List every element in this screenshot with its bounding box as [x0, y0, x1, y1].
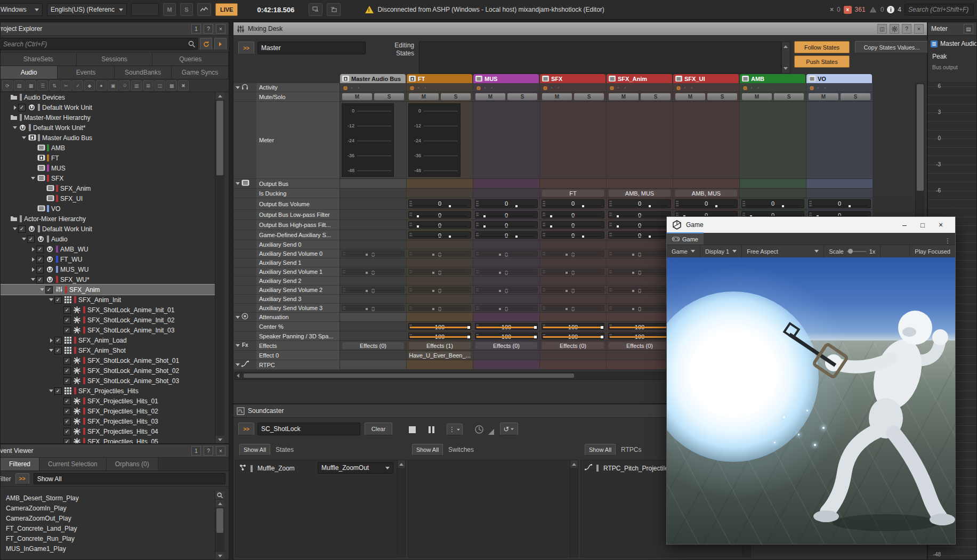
chevron-down-icon[interactable]: [40, 288, 44, 291]
cell-sfx[interactable]: MS: [540, 92, 606, 102]
cell-amb[interactable]: MS: [740, 92, 806, 102]
chevron-down-icon[interactable]: [22, 238, 26, 240]
chevron-down-icon[interactable]: [31, 278, 35, 281]
cell-vo[interactable]: 0: [806, 198, 873, 210]
tree-item[interactable]: ✓AMB_WU: [1, 244, 215, 254]
tab-events[interactable]: Events: [58, 66, 115, 79]
mute-button[interactable]: M: [742, 93, 772, 100]
cell-mus[interactable]: MS: [473, 92, 539, 102]
display-dropdown[interactable]: Display 1: [700, 245, 742, 257]
cell-sfx_anim[interactable]: 0: [607, 230, 673, 240]
bus-header-master-audio-bus[interactable]: Master Audio Bus: [340, 74, 406, 83]
value-fader[interactable]: 0: [475, 305, 538, 311]
mute-button[interactable]: M: [809, 93, 838, 100]
solo-button[interactable]: S: [574, 93, 604, 100]
explorer-toolbar-icon[interactable]: ☰: [37, 80, 48, 91]
cell-master-audio-bus[interactable]: (())▪▪: [340, 83, 406, 92]
cell-mus[interactable]: 0: [473, 230, 539, 240]
tree-item[interactable]: ✓SFX_ShotLock_Anime_Shot_01: [1, 355, 215, 366]
tree-item[interactable]: ✓SFX_Projectiles_Hits_02: [1, 406, 215, 416]
value-fader[interactable]: 0: [342, 269, 405, 275]
master-mute-button[interactable]: M: [163, 3, 176, 16]
chevron-right-icon[interactable]: [32, 257, 35, 262]
tree-item[interactable]: ✓SFX_ShotLock_Anime_Init_03: [1, 325, 215, 335]
pin-layout-icon[interactable]: 1: [191, 24, 201, 34]
refresh-icon[interactable]: [200, 38, 212, 50]
cell-sfx[interactable]: 0: [540, 286, 606, 295]
warning-count[interactable]: 0: [881, 6, 884, 13]
tree-item[interactable]: FT: [1, 153, 215, 163]
tab-queries[interactable]: Queries: [152, 53, 229, 66]
tree-item[interactable]: VO: [1, 204, 215, 214]
error-badge-icon[interactable]: ×: [844, 6, 852, 14]
state-value-dropdown[interactable]: Muffle_ZoomOut: [318, 462, 393, 474]
explorer-toolbar-icon[interactable]: ⇅: [49, 80, 60, 91]
value-fader[interactable]: 0: [542, 231, 604, 239]
mute-button[interactable]: M: [609, 93, 639, 100]
tree-item[interactable]: ✓SFX_ShotLock_Anime_Init_01: [1, 305, 215, 315]
cell-mus[interactable]: [473, 189, 539, 198]
value-fader[interactable]: 0: [475, 231, 538, 239]
value-slider[interactable]: 100: [542, 323, 604, 330]
menu-icon[interactable]: ▤: [964, 24, 973, 34]
effects-chip[interactable]: Effects (0): [542, 342, 604, 349]
warning-count-icon[interactable]: !: [869, 6, 876, 12]
value-fader[interactable]: 0: [342, 287, 405, 293]
cell-master-audio-bus[interactable]: [340, 230, 406, 240]
explorer-toolbar-icon[interactable]: ✓: [72, 80, 83, 91]
tree-item[interactable]: SFX: [1, 173, 215, 183]
remote-connect-icon[interactable]: [309, 3, 322, 16]
cell-sfx[interactable]: [540, 258, 606, 267]
cell-master-audio-bus[interactable]: 0: [340, 304, 406, 313]
expand-search-icon[interactable]: [214, 38, 227, 50]
cell-ft[interactable]: [407, 179, 473, 189]
cell-ft[interactable]: MS: [407, 92, 473, 102]
settings-gear-icon[interactable]: [890, 24, 899, 34]
mute-button[interactable]: M: [542, 93, 572, 100]
cell-sfx_anim[interactable]: 0: [607, 210, 673, 220]
chevron-right-icon[interactable]: [32, 247, 35, 251]
chevron-right-icon[interactable]: [32, 267, 35, 272]
value-fader[interactable]: 0: [408, 269, 471, 275]
event-list-item[interactable]: AMB_Desert_Storm_Play: [1, 493, 215, 504]
include-checkbox[interactable]: ✓: [63, 377, 71, 385]
explorer-toolbar-icon[interactable]: ▦: [26, 80, 36, 91]
cell-sfx_anim[interactable]: [607, 240, 673, 249]
tree-item[interactable]: ✓Audio: [1, 234, 215, 244]
bus-header-sfx_anim[interactable]: SFX_Anim: [607, 74, 672, 83]
cell-mus[interactable]: 0: [473, 267, 539, 277]
help-icon[interactable]: ?: [204, 24, 213, 34]
include-checkbox[interactable]: ✓: [36, 276, 44, 283]
include-checkbox[interactable]: ✓: [63, 408, 71, 415]
include-checkbox[interactable]: ✓: [63, 316, 71, 324]
event-list-item[interactable]: FT_Concrete_Run_Play: [1, 534, 215, 544]
rtpc-row[interactable]: RTPC_Pitch_Projectiles: [585, 464, 672, 472]
explorer-toolbar-icon[interactable]: ▩: [166, 80, 177, 91]
cell-mus[interactable]: [473, 295, 539, 304]
stop-button[interactable]: [405, 424, 419, 435]
value-fader[interactable]: 0: [475, 199, 538, 208]
value-fader[interactable]: 0: [608, 250, 671, 257]
cell-master-audio-bus[interactable]: Effects (0): [340, 341, 406, 351]
show-all-button[interactable]: Show All: [239, 444, 270, 456]
cell-sfx[interactable]: 0: [540, 210, 606, 220]
cell-sfx_anim[interactable]: 100: [607, 331, 673, 341]
cell-mus[interactable]: 0: [473, 210, 539, 220]
section-scrollbar[interactable]: [397, 460, 405, 557]
cell-mus[interactable]: [473, 277, 539, 286]
info-count[interactable]: 4: [898, 6, 901, 13]
tree-item[interactable]: ✓SFX_Projectiles_Hits_04: [1, 426, 215, 436]
show-all-button[interactable]: Show All: [412, 444, 443, 456]
value-slider[interactable]: 100: [608, 323, 671, 330]
tree-scrollbar[interactable]: [215, 92, 224, 443]
explorer-toolbar-icon[interactable]: ▣: [108, 80, 118, 91]
live-indicator[interactable]: LIVE: [215, 3, 238, 16]
reset-button[interactable]: ↺: [500, 423, 518, 435]
cell-sfx[interactable]: (())▪▪: [540, 83, 606, 92]
chevron-right-icon[interactable]: [50, 338, 53, 343]
value-fader[interactable]: 0: [408, 221, 471, 229]
value-fader[interactable]: 0: [675, 199, 738, 208]
include-checkbox[interactable]: ✓: [54, 347, 62, 354]
tab-audio[interactable]: Audio: [1, 66, 58, 79]
solo-button[interactable]: S: [774, 93, 804, 100]
